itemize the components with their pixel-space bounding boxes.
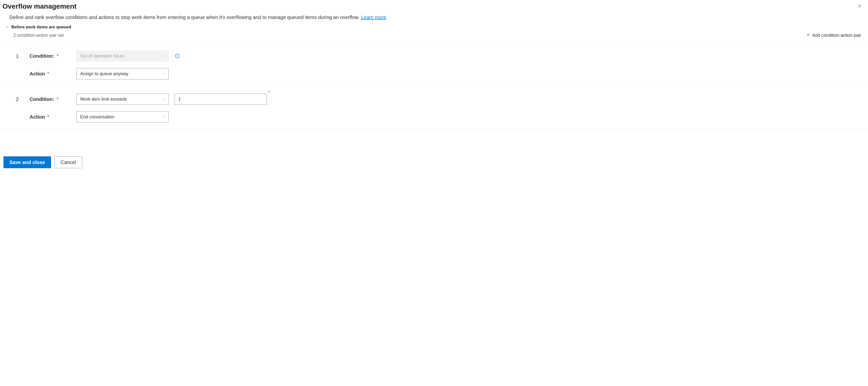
cancel-button[interactable]: Cancel <box>55 156 82 168</box>
condition-action-pair: 2Condition: *Work item limit exceeds*Act… <box>0 86 868 129</box>
condition-row: 2Condition: *Work item limit exceeds* <box>5 93 863 105</box>
action-dropdown[interactable]: Assign to queue anyway <box>76 68 169 80</box>
chevron-down-icon <box>162 97 165 101</box>
condition-dropdown: Out of operation hours <box>76 50 169 62</box>
chevron-down-icon <box>162 72 165 76</box>
section-header[interactable]: Before work items are queued <box>0 23 868 31</box>
pair-index: 2 <box>5 96 30 102</box>
chevron-down-icon <box>162 54 165 58</box>
required-marker: * <box>268 90 270 95</box>
section-sub-row: 2 condition-action pair set Add conditio… <box>0 31 868 43</box>
required-marker: * <box>48 114 49 120</box>
action-value: End conversation <box>80 114 115 120</box>
info-icon[interactable] <box>175 53 180 59</box>
limit-value-input[interactable] <box>175 93 267 105</box>
action-label: Action * <box>30 71 76 77</box>
condition-value: Work item limit exceeds <box>80 97 127 102</box>
condition-label: Condition: * <box>30 53 76 59</box>
action-label: Action * <box>30 114 76 120</box>
action-row: Action *Assign to queue anyway <box>5 68 863 80</box>
plus-icon <box>806 33 810 38</box>
add-button-label: Add condition-action pair <box>812 33 861 38</box>
chevron-down-icon <box>5 25 9 29</box>
condition-action-pair: 1Condition: *Out of operation hoursActio… <box>0 43 868 86</box>
svg-point-6 <box>177 55 177 55</box>
pair-index: 1 <box>5 53 30 59</box>
footer: Save and close Cancel <box>0 129 868 173</box>
page-header: Overflow management <box>0 0 868 10</box>
save-and-close-button[interactable]: Save and close <box>3 156 51 168</box>
condition-row: 1Condition: *Out of operation hours <box>5 50 863 62</box>
required-marker: * <box>48 71 49 77</box>
section-title: Before work items are queued <box>11 25 71 30</box>
condition-value: Out of operation hours <box>80 54 124 59</box>
action-dropdown[interactable]: End conversation <box>76 111 169 123</box>
section-subtitle: 2 condition-action pair set <box>13 33 64 38</box>
add-condition-action-button[interactable]: Add condition-action pair <box>804 32 863 39</box>
value-input-wrapper: * <box>175 93 267 105</box>
condition-dropdown[interactable]: Work item limit exceeds <box>76 93 169 105</box>
page-description: Define and rank overflow conditions and … <box>0 10 868 23</box>
action-value: Assign to queue anyway <box>80 71 128 77</box>
condition-label: Condition: * <box>30 96 76 102</box>
page-title: Overflow management <box>2 2 76 10</box>
description-text: Define and rank overflow conditions and … <box>9 14 361 20</box>
chevron-down-icon <box>162 115 165 119</box>
close-icon <box>857 3 862 9</box>
required-marker: * <box>57 96 59 102</box>
close-button[interactable] <box>856 2 863 10</box>
required-marker: * <box>57 53 59 59</box>
learn-more-link[interactable]: Learn more <box>361 14 386 20</box>
action-row: Action *End conversation <box>5 111 863 123</box>
